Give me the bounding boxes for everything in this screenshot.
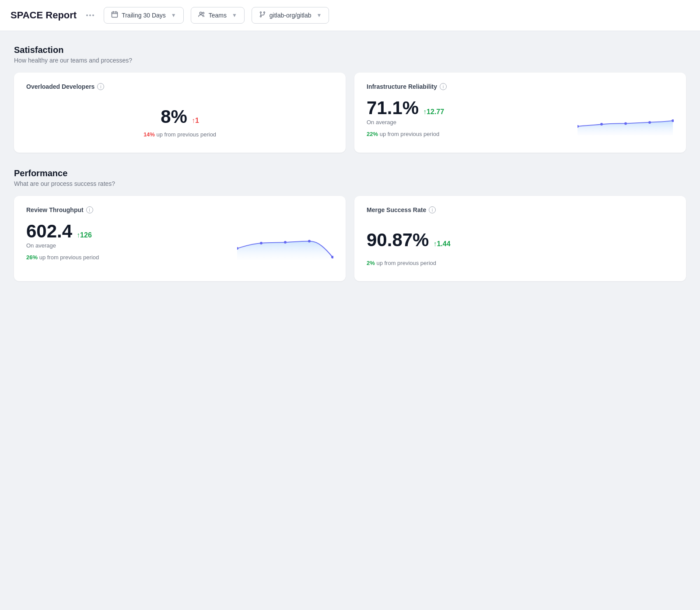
merge-success-rate-title: Merge Success Rate i	[367, 206, 674, 213]
branch-icon	[259, 11, 266, 20]
page-title: SPACE Report	[10, 10, 77, 21]
repo-filter-button[interactable]: gitlab-org/gitlab ▼	[252, 7, 329, 24]
svg-point-4	[200, 12, 202, 14]
infrastructure-reliability-card: Infrastructure Reliability i 71.1% ↑12.7…	[354, 73, 686, 153]
svg-point-16	[260, 242, 262, 244]
review-throughput-value: 602.4	[26, 222, 72, 241]
svg-point-5	[202, 12, 204, 14]
chevron-down-icon: ▼	[171, 12, 176, 18]
performance-subtitle: What are our process success rates?	[14, 180, 686, 187]
performance-section: Performance What are our process success…	[14, 168, 686, 281]
review-throughput-chart-row: 602.4 ↑126 On average 26% up from previo…	[26, 222, 333, 262]
performance-cards-grid: Review Throughput i 602.4 ↑126 On averag…	[14, 196, 686, 281]
review-throughput-title: Review Throughput i	[26, 206, 333, 213]
review-throughput-delta: ↑126	[77, 231, 92, 239]
review-throughput-prev: 26% up from previous period	[26, 254, 228, 261]
merge-success-rate-value: 90.87%	[367, 231, 429, 249]
svg-point-7	[260, 16, 261, 17]
satisfaction-section: Satisfaction How healthy are our teams a…	[14, 45, 686, 153]
review-throughput-sparkline	[237, 226, 333, 262]
svg-rect-0	[112, 12, 118, 17]
overloaded-developers-prev-highlight: 14%	[144, 131, 155, 138]
calendar-icon	[111, 11, 118, 20]
review-throughput-prev-highlight: 26%	[26, 254, 38, 261]
main-content: Satisfaction How healthy are our teams a…	[0, 31, 700, 311]
svg-point-17	[284, 241, 287, 244]
overloaded-developers-value: 8%	[161, 108, 187, 126]
merge-success-rate-prev: 2% up from previous period	[367, 260, 674, 266]
people-icon	[198, 11, 205, 20]
review-throughput-card: Review Throughput i 602.4 ↑126 On averag…	[14, 196, 346, 281]
overloaded-developers-prev: 14% up from previous period	[26, 131, 333, 138]
infrastructure-reliability-value: 71.1%	[367, 99, 419, 117]
merge-success-rate-info-icon[interactable]: i	[429, 206, 436, 213]
more-options-button[interactable]	[84, 13, 97, 18]
date-filter-button[interactable]: Trailing 30 Days ▼	[104, 7, 184, 24]
overloaded-developers-info-icon[interactable]: i	[97, 83, 104, 90]
infrastructure-reliability-delta: ↑12.77	[423, 108, 444, 116]
svg-point-12	[624, 122, 627, 125]
infrastructure-reliability-prev: 22% up from previous period	[367, 131, 569, 137]
review-throughput-label: On average	[26, 242, 228, 249]
merge-success-rate-delta: ↑1.44	[433, 240, 450, 248]
infrastructure-metrics: 71.1% ↑12.77 On average 22% up from prev…	[367, 99, 569, 137]
overloaded-developers-card: Overloaded Developers i 8% ↑1 14% up fro…	[14, 73, 346, 153]
chevron-down-icon: ▼	[232, 12, 237, 18]
infrastructure-chart-row: 71.1% ↑12.77 On average 22% up from prev…	[367, 99, 674, 139]
infrastructure-reliability-prev-highlight: 22%	[367, 131, 378, 137]
svg-point-6	[260, 12, 261, 13]
svg-point-13	[648, 121, 651, 124]
overloaded-developers-delta: ↑1	[192, 117, 199, 125]
svg-point-11	[600, 123, 603, 125]
overloaded-developers-title: Overloaded Developers i	[26, 83, 333, 90]
app-header: SPACE Report Trailing 30 Days ▼ Teams ▼	[0, 0, 700, 31]
performance-title: Performance	[14, 168, 686, 178]
infrastructure-reliability-label: On average	[367, 119, 569, 125]
satisfaction-title: Satisfaction	[14, 45, 686, 55]
teams-filter-label: Teams	[209, 12, 227, 19]
satisfaction-subtitle: How healthy are our teams and processes?	[14, 57, 686, 64]
satisfaction-cards-grid: Overloaded Developers i 8% ↑1 14% up fro…	[14, 73, 686, 153]
review-throughput-info-icon[interactable]: i	[86, 206, 93, 213]
repo-filter-label: gitlab-org/gitlab	[270, 12, 312, 19]
teams-filter-button[interactable]: Teams ▼	[191, 7, 245, 24]
chevron-down-icon: ▼	[317, 12, 322, 18]
date-filter-label: Trailing 30 Days	[122, 12, 166, 19]
review-throughput-metrics: 602.4 ↑126 On average 26% up from previo…	[26, 222, 228, 261]
infrastructure-reliability-title: Infrastructure Reliability i	[367, 83, 674, 90]
svg-point-18	[308, 240, 311, 243]
infrastructure-sparkline	[578, 102, 674, 139]
merge-success-rate-prev-highlight: 2%	[367, 260, 375, 266]
infrastructure-reliability-info-icon[interactable]: i	[440, 83, 447, 90]
merge-success-rate-card: Merge Success Rate i 90.87% ↑1.44 2% up …	[354, 196, 686, 281]
